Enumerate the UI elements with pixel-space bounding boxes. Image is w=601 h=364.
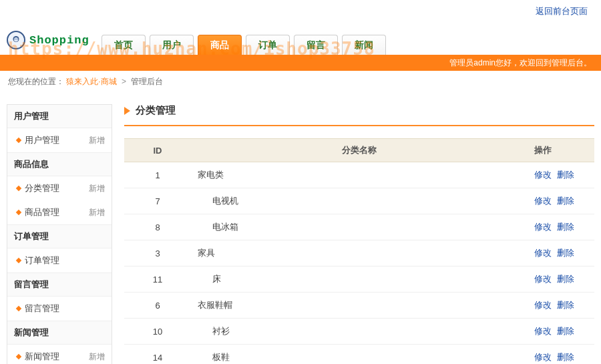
- cell-op: 修改 删除: [528, 293, 594, 319]
- header: Shopping 首页用户商品订单留言新闻: [0, 17, 601, 55]
- cell-name: 衣服鞋帽: [191, 293, 528, 319]
- cell-op: 修改 删除: [528, 240, 594, 266]
- diamond-icon: [16, 138, 21, 143]
- sidebar-item-label: 商品管理: [25, 206, 59, 218]
- arrow-right-icon: [124, 107, 130, 115]
- welcome-bar: 管理员admin您好，欢迎回到管理后台。: [0, 55, 601, 71]
- table-row: 6衣服鞋帽修改 删除: [124, 293, 594, 319]
- sidebar-item-label: 留言管理: [25, 303, 59, 315]
- cell-op: 修改 删除: [528, 214, 594, 240]
- side-group-title: 留言管理: [7, 272, 112, 297]
- tab-1[interactable]: 用户: [150, 35, 194, 55]
- side-group-title: 订单管理: [7, 224, 112, 248]
- edit-link[interactable]: 修改: [534, 196, 552, 206]
- breadcrumb-current: 管理后台: [131, 77, 163, 86]
- th-name: 分类名称: [191, 139, 528, 162]
- sidebar-item-label: 分类管理: [25, 182, 59, 194]
- delete-link[interactable]: 删除: [557, 170, 574, 180]
- sidebar-item[interactable]: 留言管理: [7, 297, 112, 321]
- table-row: 3家具修改 删除: [124, 240, 594, 266]
- cell-id: 7: [124, 188, 191, 214]
- diamond-icon: [16, 258, 21, 263]
- sidebar-add-link[interactable]: 新增: [89, 207, 105, 218]
- table-row: 1家电类修改 删除: [124, 162, 594, 188]
- th-op: 操作: [528, 139, 594, 162]
- diamond-icon: [16, 354, 21, 359]
- table-row: 11床修改 删除: [124, 266, 594, 293]
- cell-op: 修改 删除: [528, 319, 594, 345]
- edit-link[interactable]: 修改: [534, 248, 552, 258]
- welcome-text: 管理员admin您好，欢迎回到管理后台。: [449, 57, 592, 69]
- sidebar-item-label: 新闻管理: [25, 351, 59, 363]
- side-group-title: 商品信息: [7, 152, 112, 176]
- tab-3[interactable]: 订单: [246, 35, 290, 55]
- tab-5[interactable]: 新闻: [342, 35, 386, 55]
- cell-id: 11: [124, 266, 191, 293]
- delete-link[interactable]: 删除: [557, 300, 574, 310]
- back-to-front-link[interactable]: 返回前台页面: [536, 6, 588, 16]
- side-group-title: 新闻管理: [7, 321, 112, 345]
- tab-4[interactable]: 留言: [294, 35, 338, 55]
- category-table: ID 分类名称 操作 1家电类修改 删除7电视机修改 删除8电冰箱修改 删除3家…: [124, 138, 594, 364]
- sidebar-item[interactable]: 商品管理新增: [7, 200, 112, 224]
- edit-link[interactable]: 修改: [534, 170, 552, 180]
- cell-id: 14: [124, 345, 191, 365]
- svg-point-1: [14, 37, 18, 41]
- side-group-title: 用户管理: [7, 105, 112, 128]
- tab-0[interactable]: 首页: [102, 35, 146, 55]
- sidebar: 用户管理用户管理新增商品信息分类管理新增商品管理新增订单管理订单管理留言管理留言…: [7, 104, 112, 364]
- cell-id: 10: [124, 319, 191, 345]
- cell-id: 8: [124, 214, 191, 240]
- breadcrumb-sep: >: [122, 77, 126, 86]
- delete-link[interactable]: 删除: [557, 274, 574, 284]
- sidebar-item[interactable]: 新闻管理新增: [7, 345, 112, 364]
- sidebar-item-label: 用户管理: [25, 134, 59, 146]
- panel-title: 分类管理: [124, 104, 594, 126]
- tab-2[interactable]: 商品: [198, 35, 242, 55]
- breadcrumb-link[interactable]: 猿来入此·商城: [66, 77, 116, 86]
- diamond-icon: [16, 210, 21, 215]
- sidebar-item[interactable]: 用户管理新增: [7, 128, 112, 152]
- sidebar-add-link[interactable]: 新增: [89, 351, 105, 363]
- edit-link[interactable]: 修改: [534, 300, 552, 310]
- sidebar-add-link[interactable]: 新增: [89, 135, 105, 146]
- sidebar-item[interactable]: 分类管理新增: [7, 176, 112, 200]
- cell-op: 修改 删除: [528, 188, 594, 214]
- top-link-row: 返回前台页面: [0, 0, 601, 17]
- table-row: 8电冰箱修改 删除: [124, 214, 594, 240]
- cell-id: 1: [124, 162, 191, 188]
- delete-link[interactable]: 删除: [557, 326, 574, 336]
- monkey-icon: [7, 31, 25, 49]
- panel-title-text: 分类管理: [136, 104, 176, 117]
- th-id: ID: [124, 139, 191, 162]
- cell-id: 6: [124, 293, 191, 319]
- table-row: 7电视机修改 删除: [124, 188, 594, 214]
- logo-text: Shopping: [29, 34, 89, 47]
- delete-link[interactable]: 删除: [557, 352, 574, 362]
- cell-name: 家具: [191, 240, 528, 266]
- edit-link[interactable]: 修改: [534, 326, 552, 336]
- delete-link[interactable]: 删除: [557, 196, 574, 206]
- cell-name: 板鞋: [191, 345, 528, 365]
- cell-name: 电视机: [191, 188, 528, 214]
- svg-point-3: [17, 39, 18, 40]
- svg-point-2: [15, 39, 16, 40]
- diamond-icon: [16, 306, 21, 311]
- edit-link[interactable]: 修改: [534, 352, 552, 362]
- sidebar-item-label: 订单管理: [25, 254, 59, 266]
- table-row: 10衬衫修改 删除: [124, 319, 594, 345]
- cell-id: 3: [124, 240, 191, 266]
- main-nav: 首页用户商品订单留言新闻: [102, 35, 386, 55]
- edit-link[interactable]: 修改: [534, 222, 552, 232]
- main-panel: 分类管理 ID 分类名称 操作 1家电类修改 删除7电视机修改 删除8电冰箱修改…: [124, 104, 594, 364]
- delete-link[interactable]: 删除: [557, 222, 574, 232]
- delete-link[interactable]: 删除: [557, 248, 574, 258]
- diamond-icon: [16, 186, 21, 191]
- cell-name: 衬衫: [191, 319, 528, 345]
- cell-name: 家电类: [191, 162, 528, 188]
- edit-link[interactable]: 修改: [534, 274, 552, 284]
- breadcrumb-prefix: 您现在的位置：: [8, 77, 64, 86]
- sidebar-item[interactable]: 订单管理: [7, 248, 112, 272]
- sidebar-add-link[interactable]: 新增: [89, 183, 105, 194]
- cell-name: 床: [191, 266, 528, 293]
